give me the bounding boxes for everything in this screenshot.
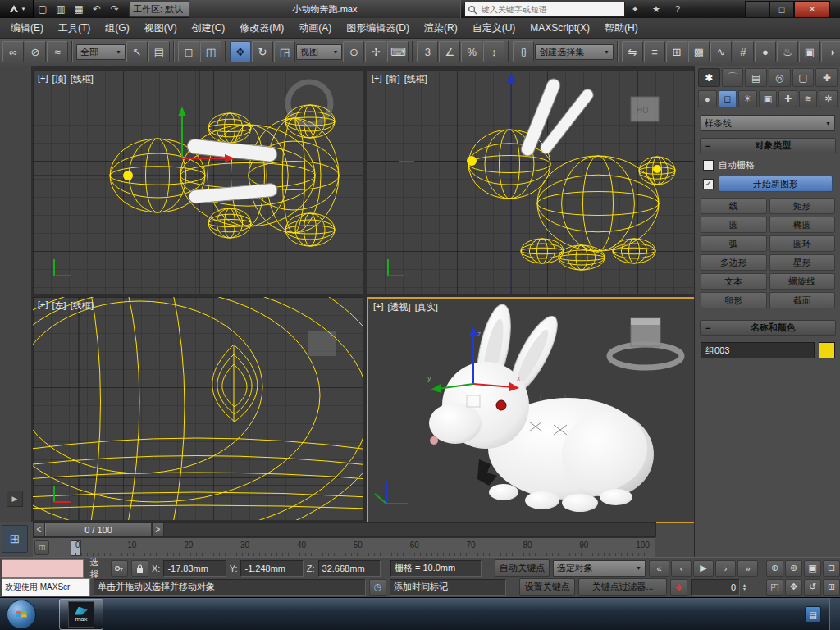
align-button[interactable]: ≡ xyxy=(644,41,665,62)
go-to-end-button[interactable]: » xyxy=(737,560,758,577)
shape-button-text[interactable]: 文本 xyxy=(701,273,767,290)
y-coordinate-field[interactable]: -1.248mm xyxy=(240,560,303,577)
named-selection-combo[interactable]: 创建选择集 ▼ xyxy=(535,44,614,60)
start-new-shape-checkbox[interactable]: ✓ xyxy=(703,179,714,189)
menu-animation[interactable]: 动画(A) xyxy=(291,19,339,38)
schematic-view-button[interactable]: # xyxy=(733,41,754,62)
percent-snap-button[interactable]: % xyxy=(461,41,482,62)
viewport-menu-view[interactable]: [透视] xyxy=(388,301,411,313)
shape-button-ellipse[interactable]: 椭圆 xyxy=(769,217,836,233)
tab-motion[interactable]: ◎ xyxy=(769,68,791,87)
time-slider-handle[interactable]: 0 / 100 xyxy=(45,523,152,536)
menu-rendering[interactable]: 渲染(R) xyxy=(417,19,465,38)
object-color-swatch[interactable] xyxy=(819,342,835,358)
graphite-ribbon-button[interactable]: ▩ xyxy=(688,41,710,62)
render-production-button[interactable]: ◑ xyxy=(821,41,840,62)
key-icon[interactable] xyxy=(111,560,128,577)
new-file-button[interactable]: ▢ xyxy=(34,1,52,17)
shape-button-circle[interactable]: 圆 xyxy=(701,217,767,233)
menu-graph-editors[interactable]: 图形编辑器(D) xyxy=(339,19,417,38)
play-button[interactable]: ▶ xyxy=(693,560,714,577)
menu-customize[interactable]: 自定义(U) xyxy=(465,19,523,38)
maxscript-listener-field[interactable]: 欢迎使用 MAXScr xyxy=(2,578,90,596)
menu-create[interactable]: 创建(C) xyxy=(185,19,233,38)
close-button[interactable]: ✕ xyxy=(794,1,830,18)
menu-tools[interactable]: 工具(T) xyxy=(51,19,98,38)
rollout-object-type[interactable]: − 对象类型 xyxy=(700,138,836,153)
shape-button-donut[interactable]: 圆环 xyxy=(769,235,836,252)
trackbar-mode-button[interactable]: ◫ xyxy=(34,540,49,555)
search-input[interactable] xyxy=(480,4,622,15)
time-slider-prev-button[interactable]: < xyxy=(34,523,45,536)
help-icon[interactable]: ? xyxy=(669,2,686,16)
material-editor-button[interactable]: ● xyxy=(755,41,776,62)
track-bar[interactable]: ◫ 0 10 20 30 40 50 60 70 80 90 100 xyxy=(33,537,655,558)
selection-set-key-combo[interactable]: 选定对象 ▼ xyxy=(553,560,646,577)
angle-snap-button[interactable]: ∠ xyxy=(439,41,460,62)
spinner-down-icon[interactable]: ▾ xyxy=(743,587,746,591)
orbit-icon[interactable]: ↺ xyxy=(804,579,821,596)
menu-group[interactable]: 组(G) xyxy=(98,19,136,38)
category-spacewarps[interactable]: ≋ xyxy=(799,90,818,107)
tab-create[interactable]: ✱ xyxy=(698,68,720,87)
category-lights[interactable]: ☀ xyxy=(738,90,757,107)
tray-language-icon[interactable]: ▤ xyxy=(805,606,821,623)
save-file-button[interactable]: ▦ xyxy=(70,1,88,17)
bind-to-spacewarp-button[interactable]: ≈ xyxy=(47,41,68,62)
application-menu-button[interactable]: ▾ xyxy=(0,0,34,18)
select-and-manipulate-button[interactable]: ✢ xyxy=(365,41,386,62)
panel-expand-arrow-button[interactable]: ▶ xyxy=(7,491,23,507)
viewport-front[interactable]: [+] [前] [线框] HU xyxy=(367,71,694,294)
zoom-extents-all-icon[interactable]: ⊡ xyxy=(823,560,840,577)
spinner-snap-button[interactable]: ↕ xyxy=(483,41,504,62)
autogrid-checkbox[interactable] xyxy=(703,160,714,171)
next-frame-button[interactable]: › xyxy=(715,560,736,577)
infocenter-search[interactable] xyxy=(464,2,625,17)
maximize-button[interactable]: □ xyxy=(769,1,794,18)
auto-key-button[interactable]: 自动关键点 xyxy=(495,559,549,577)
shape-button-section[interactable]: 截面 xyxy=(769,292,836,308)
shape-button-helix[interactable]: 螺旋线 xyxy=(769,273,836,290)
shape-button-arc[interactable]: 弧 xyxy=(701,235,767,252)
time-tag-icon[interactable]: ◷ xyxy=(369,579,386,596)
category-shapes[interactable]: ◻ xyxy=(719,90,737,107)
previous-frame-button[interactable]: ‹ xyxy=(671,560,692,577)
macro-recorder-field[interactable] xyxy=(2,559,84,578)
redo-button[interactable]: ↷ xyxy=(106,1,124,17)
select-object-button[interactable]: ↖ xyxy=(126,41,148,62)
time-slider-next-button[interactable]: > xyxy=(152,523,164,536)
open-file-button[interactable]: ▥ xyxy=(52,1,70,17)
viewport-left[interactable]: [+] [左] [线框] xyxy=(33,297,363,520)
taskbar-3dsmax-button[interactable]: max xyxy=(59,599,103,630)
menu-edit[interactable]: 编辑(E) xyxy=(3,19,51,38)
use-pivot-center-button[interactable]: ⊙ xyxy=(343,41,364,62)
pan-icon[interactable]: ✥ xyxy=(785,579,802,596)
viewport-top[interactable]: [+] [顶] [线框] xyxy=(33,71,363,294)
keyboard-override-button[interactable]: ⌨ xyxy=(387,41,409,62)
snap-toggle-3d-button[interactable]: 3 xyxy=(417,41,438,62)
menu-help[interactable]: 帮助(H) xyxy=(597,19,646,38)
zoom-region-icon[interactable]: ◰ xyxy=(766,579,783,596)
category-helpers[interactable]: ✚ xyxy=(778,90,797,107)
layer-manager-button[interactable]: ⊞ xyxy=(666,41,687,62)
tab-utilities[interactable]: ✚ xyxy=(815,68,838,87)
select-and-scale-button[interactable]: ◲ xyxy=(274,41,295,62)
curve-editor-button[interactable]: ∿ xyxy=(710,41,732,62)
mirror-button[interactable]: ⇋ xyxy=(622,41,643,62)
viewport-menu-view[interactable]: [前] xyxy=(386,73,400,85)
shape-button-star[interactable]: 星形 xyxy=(769,254,836,271)
window-crossing-button[interactable]: ◫ xyxy=(200,41,221,62)
select-and-move-button[interactable]: ✥ xyxy=(230,41,251,62)
key-filters-button[interactable]: 关键点过滤器... xyxy=(578,578,667,596)
select-and-link-button[interactable]: ∞ xyxy=(2,41,24,62)
category-systems[interactable]: ✲ xyxy=(819,90,838,107)
sign-in-icon[interactable]: ✦ xyxy=(627,2,643,16)
reference-coordinate-combo[interactable]: 视图 ▼ xyxy=(296,44,342,60)
favorites-star-icon[interactable]: ★ xyxy=(648,2,664,16)
viewport-layout-tabs-button[interactable]: ⊞ xyxy=(2,525,28,553)
set-key-button[interactable]: 设置关键点 xyxy=(519,578,575,596)
viewport-menu-view[interactable]: [顶] xyxy=(52,73,66,85)
viewport-menu-shading[interactable]: [线框] xyxy=(71,73,94,85)
edit-named-sets-button[interactable]: {} xyxy=(513,41,534,62)
selection-filter-combo[interactable]: 全部 ▼ xyxy=(76,44,126,60)
